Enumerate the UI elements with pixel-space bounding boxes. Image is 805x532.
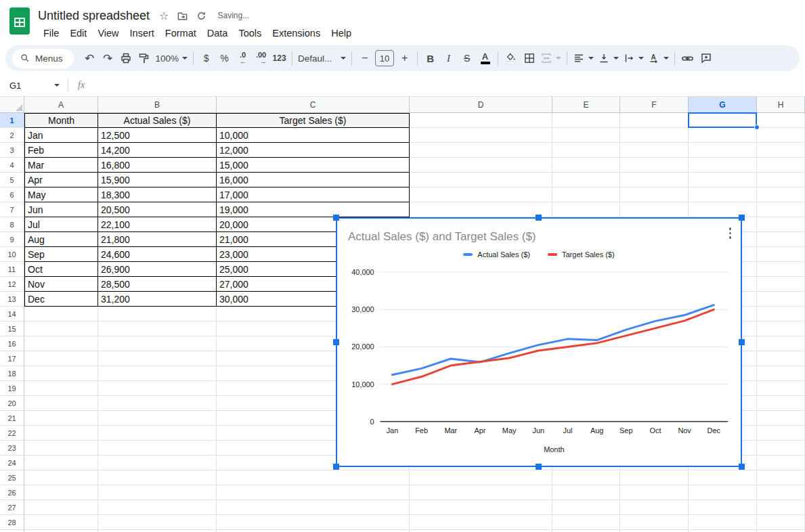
cell-A6[interactable]: May bbox=[24, 187, 98, 202]
row-header-10[interactable]: 10 bbox=[0, 247, 24, 262]
cell-G7[interactable] bbox=[689, 202, 757, 217]
cell-B21[interactable] bbox=[98, 411, 217, 426]
cell-B18[interactable] bbox=[98, 366, 217, 381]
row-header-27[interactable]: 27 bbox=[0, 500, 24, 515]
fill-color-button[interactable] bbox=[502, 49, 520, 68]
row-header-21[interactable]: 21 bbox=[0, 411, 24, 426]
cell-B1[interactable]: Actual Sales ($) bbox=[98, 113, 217, 128]
insert-comment-button[interactable] bbox=[697, 49, 715, 68]
cell-H1[interactable] bbox=[757, 113, 805, 128]
row-header-28[interactable]: 28 bbox=[0, 515, 24, 530]
cell-B17[interactable] bbox=[98, 351, 217, 366]
cell-D1[interactable] bbox=[410, 113, 552, 128]
cell-F27[interactable] bbox=[620, 500, 689, 515]
cell-G5[interactable] bbox=[689, 173, 757, 187]
cell-G6[interactable] bbox=[689, 187, 757, 202]
cell-E28[interactable] bbox=[552, 515, 620, 530]
cell-H23[interactable] bbox=[757, 441, 805, 456]
cell-H16[interactable] bbox=[757, 336, 805, 351]
row-header-16[interactable]: 16 bbox=[0, 336, 24, 351]
cell-A28[interactable] bbox=[24, 515, 98, 530]
cell-B2[interactable]: 12,500 bbox=[98, 128, 217, 143]
cell-B11[interactable]: 26,900 bbox=[98, 262, 217, 277]
cell-D27[interactable] bbox=[410, 500, 552, 515]
cell-A5[interactable]: Apr bbox=[24, 173, 98, 187]
cell-C26[interactable] bbox=[217, 485, 410, 500]
row-header-14[interactable]: 14 bbox=[0, 307, 24, 322]
name-box[interactable]: G1 bbox=[0, 81, 68, 91]
fill-handle[interactable] bbox=[754, 125, 760, 130]
row-header-20[interactable]: 20 bbox=[0, 396, 24, 411]
formula-input[interactable] bbox=[85, 74, 805, 96]
cell-B19[interactable] bbox=[98, 381, 217, 396]
cell-F1[interactable] bbox=[620, 113, 689, 128]
cell-E26[interactable] bbox=[552, 485, 620, 500]
row-header-12[interactable]: 12 bbox=[0, 277, 24, 292]
merge-cells-button[interactable] bbox=[538, 49, 563, 68]
cell-A22[interactable] bbox=[24, 426, 98, 441]
column-header-H[interactable]: H bbox=[757, 97, 805, 113]
menu-insert[interactable]: Insert bbox=[125, 26, 160, 40]
bold-button[interactable]: B bbox=[421, 49, 439, 68]
cell-H4[interactable] bbox=[757, 158, 805, 173]
cell-C27[interactable] bbox=[217, 500, 410, 515]
cell-A8[interactable]: Jul bbox=[24, 217, 98, 232]
row-header-18[interactable]: 18 bbox=[0, 366, 24, 381]
row-header-9[interactable]: 9 bbox=[0, 232, 24, 247]
cell-H17[interactable] bbox=[757, 351, 805, 366]
decrease-font-size-button[interactable]: − bbox=[355, 49, 374, 68]
menu-extensions[interactable]: Extensions bbox=[267, 26, 326, 40]
cell-A18[interactable] bbox=[24, 366, 98, 381]
row-header-3[interactable]: 3 bbox=[0, 143, 24, 158]
cell-G26[interactable] bbox=[689, 485, 757, 500]
column-header-E[interactable]: E bbox=[552, 97, 620, 113]
cell-A1[interactable]: Month bbox=[24, 113, 98, 128]
cell-C7[interactable]: 19,000 bbox=[217, 202, 410, 217]
cell-C2[interactable]: 10,000 bbox=[217, 128, 410, 143]
cell-C28[interactable] bbox=[217, 515, 410, 530]
menu-edit[interactable]: Edit bbox=[64, 26, 92, 40]
cell-E3[interactable] bbox=[552, 143, 620, 158]
row-header-22[interactable]: 22 bbox=[0, 426, 24, 441]
strikethrough-button[interactable]: S bbox=[458, 49, 476, 68]
menus-search[interactable]: Menus bbox=[12, 49, 74, 68]
cell-F4[interactable] bbox=[620, 158, 689, 173]
cell-H14[interactable] bbox=[757, 307, 805, 322]
font-size-field[interactable]: 10 bbox=[375, 50, 394, 66]
cell-C5[interactable]: 16,000 bbox=[217, 173, 410, 187]
cell-G25[interactable] bbox=[689, 470, 757, 485]
row-header-7[interactable]: 7 bbox=[0, 202, 24, 217]
cell-B14[interactable] bbox=[98, 307, 217, 322]
cell-H3[interactable] bbox=[757, 143, 805, 158]
row-header-1[interactable]: 1 bbox=[0, 113, 24, 128]
cell-E2[interactable] bbox=[552, 128, 620, 143]
cell-A27[interactable] bbox=[24, 500, 98, 515]
text-rotation-button[interactable]: A bbox=[646, 49, 671, 68]
cell-H24[interactable] bbox=[757, 456, 805, 470]
cell-B28[interactable] bbox=[98, 515, 217, 530]
cell-H25[interactable] bbox=[757, 470, 805, 485]
column-header-C[interactable]: C bbox=[217, 97, 410, 113]
cell-F3[interactable] bbox=[620, 143, 689, 158]
cell-H18[interactable] bbox=[757, 366, 805, 381]
chart-object[interactable]: 010,00020,00030,00040,000JanFebMarAprMay… bbox=[336, 217, 742, 467]
cell-F7[interactable] bbox=[620, 202, 689, 217]
cell-A2[interactable]: Jan bbox=[24, 128, 98, 143]
cell-H26[interactable] bbox=[757, 485, 805, 500]
menu-view[interactable]: View bbox=[92, 26, 124, 40]
cell-F2[interactable] bbox=[620, 128, 689, 143]
chart-resize-handle-bottom-right[interactable] bbox=[739, 464, 745, 470]
row-header-2[interactable]: 2 bbox=[0, 128, 24, 143]
print-button[interactable] bbox=[117, 49, 135, 68]
cell-H15[interactable] bbox=[757, 322, 805, 336]
decrease-decimal-button[interactable]: .0← bbox=[234, 49, 252, 68]
cell-C3[interactable]: 12,000 bbox=[217, 143, 410, 158]
more-formats-button[interactable]: 123 bbox=[270, 49, 288, 68]
cell-D5[interactable] bbox=[410, 173, 552, 187]
chart-resize-handle-top-left[interactable] bbox=[333, 215, 339, 221]
cell-E25[interactable] bbox=[552, 470, 620, 485]
cell-F6[interactable] bbox=[620, 187, 689, 202]
horizontal-align-button[interactable] bbox=[571, 49, 596, 68]
cell-A11[interactable]: Oct bbox=[24, 262, 98, 277]
cell-A7[interactable]: Jun bbox=[24, 202, 98, 217]
